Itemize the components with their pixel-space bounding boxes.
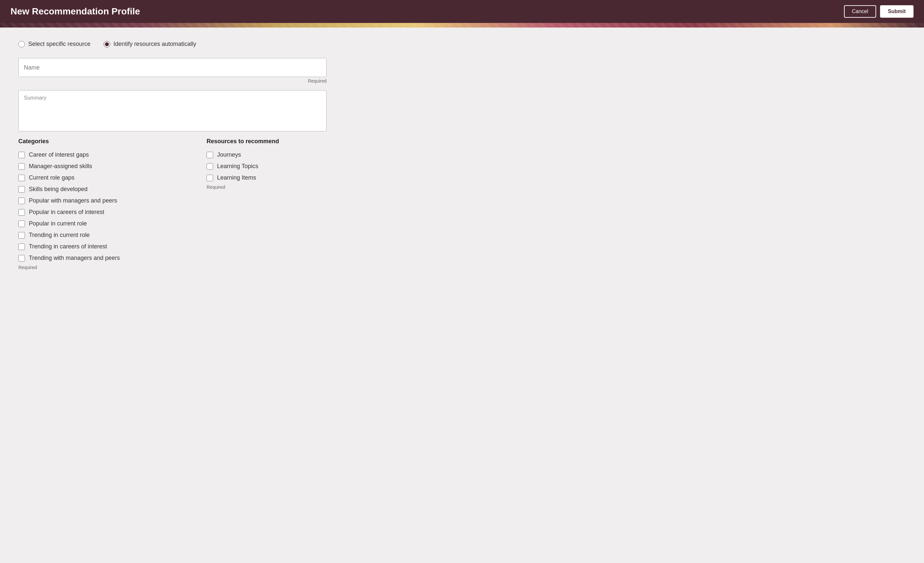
category-label-0: Career of interest gaps xyxy=(29,151,89,158)
list-item[interactable]: Popular in current role xyxy=(18,220,187,227)
list-item[interactable]: Learning Topics xyxy=(207,163,375,170)
header-actions: Cancel Submit xyxy=(844,5,914,18)
resource-label-1: Learning Topics xyxy=(217,163,258,170)
categories-required-text: Required xyxy=(18,265,187,270)
list-item[interactable]: Popular in careers of interest xyxy=(18,209,187,216)
categories-checkbox-list: Career of interest gaps Manager-assigned… xyxy=(18,151,187,262)
list-item[interactable]: Current role gaps xyxy=(18,174,187,181)
page-title: New Recommendation Profile xyxy=(10,6,140,17)
name-field-wrapper xyxy=(18,58,327,77)
resource-type-radio-group: Select specific resource Identify resour… xyxy=(18,40,375,48)
categories-column: Categories Career of interest gaps Manag… xyxy=(18,138,187,270)
select-specific-radio[interactable] xyxy=(18,41,25,48)
columns-section: Categories Career of interest gaps Manag… xyxy=(18,138,375,270)
category-checkbox-8[interactable] xyxy=(18,244,25,250)
category-checkbox-4[interactable] xyxy=(18,198,25,204)
list-item[interactable]: Skills being developed xyxy=(18,186,187,193)
summary-field-group: Summary xyxy=(18,90,375,132)
resource-checkbox-0[interactable] xyxy=(207,152,213,158)
list-item[interactable]: Career of interest gaps xyxy=(18,151,187,158)
category-label-5: Popular in careers of interest xyxy=(29,209,104,216)
category-checkbox-0[interactable] xyxy=(18,152,25,158)
list-item[interactable]: Trending with managers and peers xyxy=(18,255,187,262)
page-header: New Recommendation Profile Cancel Submit xyxy=(0,0,924,23)
list-item[interactable]: Popular with managers and peers xyxy=(18,197,187,204)
categories-title: Categories xyxy=(18,138,187,145)
decorative-banner xyxy=(0,23,924,27)
resources-checkbox-list: Journeys Learning Topics Learning Items xyxy=(207,151,375,181)
list-item[interactable]: Learning Items xyxy=(207,174,375,181)
resource-label-0: Journeys xyxy=(217,151,241,158)
category-label-4: Popular with managers and peers xyxy=(29,197,117,204)
resources-required-text: Required xyxy=(207,184,375,190)
name-field-group: Required xyxy=(18,58,375,84)
category-label-6: Popular in current role xyxy=(29,220,87,227)
cancel-button[interactable]: Cancel xyxy=(844,5,876,18)
category-checkbox-9[interactable] xyxy=(18,255,25,262)
list-item[interactable]: Manager-assigned skills xyxy=(18,163,187,170)
select-specific-label: Select specific resource xyxy=(28,40,90,48)
category-label-3: Skills being developed xyxy=(29,186,87,193)
summary-textarea[interactable] xyxy=(19,90,326,130)
identify-auto-label: Identify resources automatically xyxy=(114,40,196,48)
resources-title: Resources to recommend xyxy=(207,138,375,145)
name-required-text: Required xyxy=(18,78,327,84)
summary-field-wrapper: Summary xyxy=(18,90,327,132)
category-checkbox-3[interactable] xyxy=(18,186,25,193)
resource-label-2: Learning Items xyxy=(217,174,256,181)
list-item[interactable]: Journeys xyxy=(207,151,375,158)
select-specific-option[interactable]: Select specific resource xyxy=(18,40,90,48)
category-label-1: Manager-assigned skills xyxy=(29,163,92,170)
category-label-9: Trending with managers and peers xyxy=(29,255,120,262)
identify-auto-radio[interactable] xyxy=(104,41,110,48)
category-checkbox-2[interactable] xyxy=(18,175,25,181)
category-label-2: Current role gaps xyxy=(29,174,74,181)
list-item[interactable]: Trending in careers of interest xyxy=(18,243,187,250)
identify-auto-option[interactable]: Identify resources automatically xyxy=(104,40,196,48)
main-content: Select specific resource Identify resour… xyxy=(0,27,393,283)
submit-button[interactable]: Submit xyxy=(880,5,914,18)
category-checkbox-7[interactable] xyxy=(18,232,25,238)
category-checkbox-1[interactable] xyxy=(18,163,25,170)
resources-column: Resources to recommend Journeys Learning… xyxy=(207,138,375,270)
name-input[interactable] xyxy=(19,58,326,77)
resource-checkbox-2[interactable] xyxy=(207,175,213,181)
category-checkbox-6[interactable] xyxy=(18,220,25,227)
category-label-8: Trending in careers of interest xyxy=(29,243,107,250)
resource-checkbox-1[interactable] xyxy=(207,163,213,170)
list-item[interactable]: Trending in current role xyxy=(18,232,187,238)
category-label-7: Trending in current role xyxy=(29,232,90,238)
category-checkbox-5[interactable] xyxy=(18,209,25,216)
